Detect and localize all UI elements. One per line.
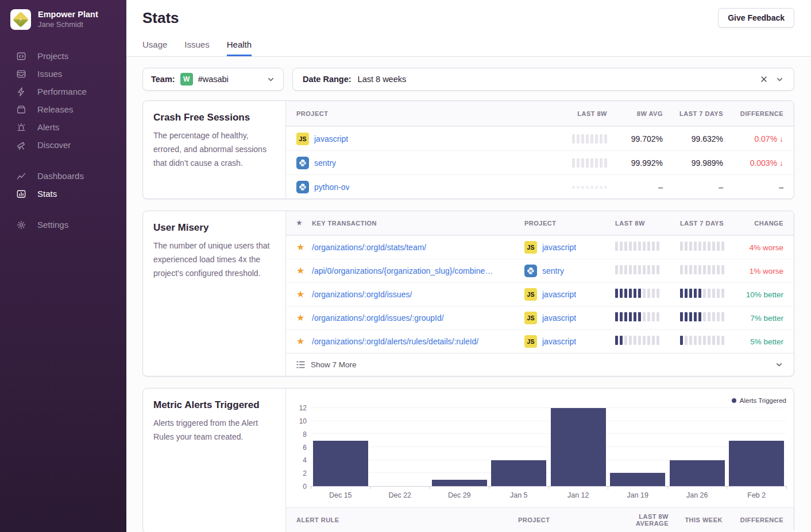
key-transaction-star-icon[interactable]: ★	[296, 290, 306, 299]
sidebar-item-label: Releases	[37, 104, 74, 114]
avg-8w-value: 99.992%	[607, 158, 663, 168]
chart-bar	[670, 460, 725, 486]
sidebar-item-settings[interactable]: Settings	[0, 216, 126, 234]
sidebar-item-label: Dashboards	[37, 171, 84, 181]
column-project: PROJECT	[296, 110, 541, 117]
page-title: Stats	[142, 9, 179, 27]
clear-icon[interactable]	[760, 75, 768, 83]
sidebar-item-issues[interactable]: Issues	[0, 65, 126, 83]
team-label: Team:	[151, 75, 175, 84]
sidebar-item-releases[interactable]: Releases	[0, 100, 126, 118]
panel-description: The percentage of healthy, errored, and …	[153, 129, 275, 170]
python-icon	[296, 157, 309, 169]
score-bar	[680, 242, 724, 251]
project-link[interactable]: sentry	[314, 158, 336, 168]
table-row: sentry 99.992% 99.989% 0.003% ↓	[286, 150, 794, 174]
settings-icon	[16, 220, 26, 230]
column-project: PROJECT	[518, 517, 610, 523]
change-value: 4% worse	[737, 243, 783, 252]
org-name: Empower Plant	[38, 9, 98, 20]
change-value: 1% worse	[737, 267, 783, 275]
sidebar-item-label: Issues	[37, 69, 62, 79]
project-link[interactable]: javascript	[542, 290, 576, 299]
difference-value: –	[723, 182, 783, 192]
legend-label: Alerts Triggered	[740, 397, 786, 404]
sidebar-item-projects[interactable]: Projects	[0, 47, 126, 65]
change-value: 7% better	[737, 314, 783, 323]
metric-alerts-panel: Metric Alerts Triggered Alerts triggered…	[142, 388, 794, 532]
date-range-selector[interactable]: Date Range: Last 8 weeks	[292, 68, 794, 91]
sidebar-item-dashboards[interactable]: Dashboards	[0, 167, 126, 185]
sidebar-item-label: Stats	[37, 189, 57, 199]
table-row: JS javascript 99.702% 99.632% 0.07% ↓	[286, 126, 794, 150]
transaction-link[interactable]: /organizations/:orgId/issues/	[312, 290, 412, 299]
table-row: ★/organizations/:orgId/alerts/rules/deta…	[286, 329, 794, 353]
chevron-down-icon	[267, 75, 275, 84]
transaction-link[interactable]: /organizations/:orgId/issues/:groupId/	[312, 313, 444, 323]
sidebar-item-label: Settings	[37, 220, 68, 230]
transaction-link[interactable]: /organizations/:orgId/alerts/rules/detai…	[312, 337, 478, 346]
tab-health[interactable]: Health	[227, 40, 252, 56]
star-icon: ★	[296, 220, 306, 226]
score-bar	[615, 336, 659, 345]
difference-value: 0.07% ↓	[723, 134, 783, 143]
issues-icon	[16, 69, 26, 79]
table-row: python-ov – – –	[286, 174, 794, 199]
alerts-chart-yaxis: 024681012	[296, 408, 311, 487]
last-7d-value: 99.989%	[663, 158, 723, 168]
project-link[interactable]: sentry	[542, 266, 564, 275]
project-link[interactable]: javascript	[542, 243, 576, 252]
column-alert-rule: ALERT RULE	[296, 517, 518, 523]
javascript-icon: JS	[524, 312, 537, 324]
table-row: ★/organizations/:orgId/stats/team/ JSjav…	[286, 235, 794, 259]
key-transaction-star-icon[interactable]: ★	[296, 266, 306, 275]
project-link[interactable]: javascript	[314, 134, 348, 143]
show-more-button[interactable]: Show 7 More	[286, 353, 794, 376]
sidebar-item-performance[interactable]: Performance	[0, 83, 126, 100]
tab-usage[interactable]: Usage	[142, 40, 167, 56]
dashboards-icon	[16, 171, 26, 181]
health-content: Team: W #wasabi Date Range: Last 8 weeks…	[126, 57, 811, 532]
chart-bar	[729, 441, 784, 486]
org-user: Jane Schmidt	[38, 20, 98, 30]
column-difference: DIFFERENCE	[723, 110, 783, 117]
change-value: 5% better	[737, 337, 783, 346]
alerts-icon	[16, 122, 26, 133]
stats-icon	[16, 189, 26, 199]
alerts-chart-xaxis: Dec 15Dec 22Dec 29Jan 5Jan 12Jan 19Jan 2…	[311, 487, 786, 504]
chart-bar	[313, 441, 368, 486]
sidebar-item-discover[interactable]: Discover	[0, 136, 126, 154]
give-feedback-button[interactable]: Give Feedback	[718, 8, 794, 28]
sidebar-item-stats[interactable]: Stats	[0, 185, 126, 203]
chevron-down-icon	[775, 75, 784, 84]
main-content: Stats Give Feedback Usage Issues Health …	[126, 0, 811, 532]
project-link[interactable]: javascript	[542, 337, 576, 346]
sidebar-item-alerts[interactable]: Alerts	[0, 118, 126, 136]
transaction-link[interactable]: /api/0/organizations/{organization_slug}…	[312, 266, 493, 275]
project-link[interactable]: javascript	[542, 313, 576, 323]
score-bar	[680, 336, 724, 345]
python-icon	[524, 265, 537, 277]
score-bar	[680, 289, 724, 298]
column-key-transaction: KEY TRANSACTION	[312, 220, 377, 227]
column-last-7-days: LAST 7 DAYS	[680, 220, 737, 227]
project-link[interactable]: python-ov	[314, 182, 349, 192]
performance-icon	[16, 87, 26, 97]
chart-bar	[610, 473, 665, 486]
column-last-8w-average: LAST 8W AVERAGE	[610, 513, 669, 527]
score-bar	[680, 312, 724, 321]
tab-issues[interactable]: Issues	[184, 40, 209, 56]
last-7d-value: –	[663, 182, 723, 192]
org-switcher[interactable]: Empower Plant Jane Schmidt	[0, 0, 126, 39]
date-range-value: Last 8 weeks	[358, 75, 407, 84]
key-transaction-star-icon[interactable]: ★	[296, 337, 306, 346]
team-selector[interactable]: Team: W #wasabi	[142, 68, 284, 91]
python-icon	[296, 181, 309, 193]
key-transaction-star-icon[interactable]: ★	[296, 313, 306, 323]
score-bar	[615, 242, 659, 251]
projects-icon	[16, 51, 26, 61]
list-icon	[296, 361, 305, 368]
column-last-7-days: LAST 7 DAYS	[663, 110, 723, 117]
transaction-link[interactable]: /organizations/:orgId/stats/team/	[312, 243, 426, 252]
key-transaction-star-icon[interactable]: ★	[296, 243, 306, 252]
